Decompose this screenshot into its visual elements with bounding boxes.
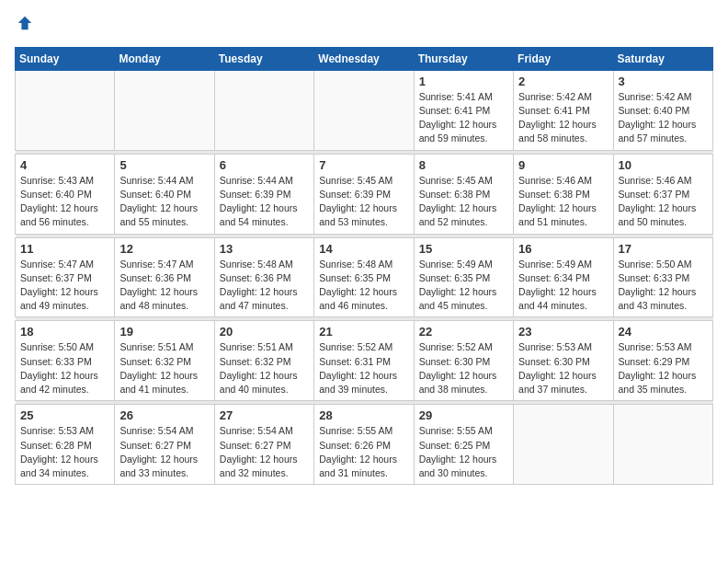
day-number: 20: [220, 325, 309, 339]
day-info: Sunrise: 5:47 AMSunset: 6:36 PMDaylight:…: [119, 258, 209, 314]
day-number: 14: [319, 242, 408, 256]
day-number: 2: [518, 75, 608, 88]
day-info: Sunrise: 5:55 AMSunset: 6:25 PMDaylight:…: [419, 424, 508, 480]
day-info: Sunrise: 5:55 AMSunset: 6:26 PMDaylight:…: [319, 424, 408, 480]
day-number: 27: [220, 408, 309, 422]
day-info: Sunrise: 5:53 AMSunset: 6:29 PMDaylight:…: [619, 340, 708, 396]
calendar-table: SundayMondayTuesdayWednesdayThursdayFrid…: [15, 47, 713, 485]
svg-marker-0: [18, 17, 31, 29]
day-info: Sunrise: 5:51 AMSunset: 6:32 PMDaylight:…: [220, 340, 309, 396]
day-info: Sunrise: 5:48 AMSunset: 6:36 PMDaylight:…: [220, 258, 309, 314]
day-info: Sunrise: 5:53 AMSunset: 6:30 PMDaylight:…: [518, 340, 608, 396]
calendar-cell: [514, 405, 613, 485]
day-info: Sunrise: 5:46 AMSunset: 6:37 PMDaylight:…: [619, 174, 708, 230]
calendar-cell: 24Sunrise: 5:53 AMSunset: 6:29 PMDayligh…: [613, 321, 712, 401]
day-info: Sunrise: 5:45 AMSunset: 6:39 PMDaylight:…: [319, 174, 408, 230]
calendar-cell: 21Sunrise: 5:52 AMSunset: 6:31 PMDayligh…: [314, 321, 414, 401]
day-number: 5: [119, 158, 209, 172]
day-number: 6: [220, 158, 309, 172]
day-number: 8: [419, 158, 508, 172]
day-header-thursday: Thursday: [414, 47, 513, 70]
calendar-cell: 28Sunrise: 5:55 AMSunset: 6:26 PMDayligh…: [314, 405, 414, 485]
day-header-friday: Friday: [514, 47, 613, 70]
day-info: Sunrise: 5:52 AMSunset: 6:31 PMDaylight:…: [319, 340, 408, 396]
day-number: 24: [619, 325, 708, 339]
day-info: Sunrise: 5:52 AMSunset: 6:30 PMDaylight:…: [419, 340, 508, 396]
calendar-cell: 2Sunrise: 5:42 AMSunset: 6:41 PMDaylight…: [514, 70, 613, 150]
calendar-cell: 23Sunrise: 5:53 AMSunset: 6:30 PMDayligh…: [514, 321, 613, 401]
calendar-week-2: 4Sunrise: 5:43 AMSunset: 6:40 PMDaylight…: [16, 154, 713, 234]
day-info: Sunrise: 5:54 AMSunset: 6:27 PMDaylight:…: [220, 424, 309, 480]
calendar-cell: 3Sunrise: 5:42 AMSunset: 6:40 PMDaylight…: [613, 70, 712, 150]
day-info: Sunrise: 5:49 AMSunset: 6:35 PMDaylight:…: [419, 258, 508, 314]
calendar-cell: 6Sunrise: 5:44 AMSunset: 6:39 PMDaylight…: [214, 154, 313, 234]
calendar-header-row: SundayMondayTuesdayWednesdayThursdayFrid…: [16, 47, 713, 70]
day-number: 12: [119, 242, 209, 256]
day-info: Sunrise: 5:44 AMSunset: 6:39 PMDaylight:…: [220, 174, 309, 230]
day-header-tuesday: Tuesday: [214, 47, 313, 70]
day-info: Sunrise: 5:53 AMSunset: 6:28 PMDaylight:…: [20, 424, 109, 480]
calendar-cell: [613, 405, 712, 485]
calendar-week-3: 11Sunrise: 5:47 AMSunset: 6:37 PMDayligh…: [16, 237, 713, 317]
day-number: 17: [619, 242, 708, 256]
day-number: 10: [619, 158, 708, 172]
day-header-monday: Monday: [115, 47, 214, 70]
day-info: Sunrise: 5:43 AMSunset: 6:40 PMDaylight:…: [20, 174, 109, 230]
day-info: Sunrise: 5:45 AMSunset: 6:38 PMDaylight:…: [419, 174, 508, 230]
day-number: 28: [319, 408, 408, 422]
day-info: Sunrise: 5:49 AMSunset: 6:34 PMDaylight:…: [518, 258, 608, 314]
calendar-cell: 20Sunrise: 5:51 AMSunset: 6:32 PMDayligh…: [214, 321, 313, 401]
calendar-cell: [214, 70, 313, 150]
calendar-week-5: 25Sunrise: 5:53 AMSunset: 6:28 PMDayligh…: [16, 405, 713, 485]
calendar-cell: 11Sunrise: 5:47 AMSunset: 6:37 PMDayligh…: [16, 237, 115, 317]
calendar-cell: 13Sunrise: 5:48 AMSunset: 6:36 PMDayligh…: [214, 237, 313, 317]
calendar-cell: 5Sunrise: 5:44 AMSunset: 6:40 PMDaylight…: [115, 154, 214, 234]
calendar-cell: 4Sunrise: 5:43 AMSunset: 6:40 PMDaylight…: [16, 154, 115, 234]
day-number: 16: [518, 242, 608, 256]
calendar-cell: 17Sunrise: 5:50 AMSunset: 6:33 PMDayligh…: [613, 237, 712, 317]
page-header: [15, 15, 713, 36]
calendar-cell: 9Sunrise: 5:46 AMSunset: 6:38 PMDaylight…: [514, 154, 613, 234]
calendar-cell: 14Sunrise: 5:48 AMSunset: 6:35 PMDayligh…: [314, 237, 414, 317]
calendar-cell: 22Sunrise: 5:52 AMSunset: 6:30 PMDayligh…: [414, 321, 513, 401]
day-info: Sunrise: 5:47 AMSunset: 6:37 PMDaylight:…: [20, 258, 109, 314]
logo: [15, 15, 33, 36]
day-info: Sunrise: 5:48 AMSunset: 6:35 PMDaylight:…: [319, 258, 408, 314]
calendar-cell: 25Sunrise: 5:53 AMSunset: 6:28 PMDayligh…: [16, 405, 115, 485]
calendar-cell: [314, 70, 414, 150]
calendar-cell: [16, 70, 115, 150]
day-header-wednesday: Wednesday: [314, 47, 414, 70]
day-info: Sunrise: 5:44 AMSunset: 6:40 PMDaylight:…: [119, 174, 209, 230]
calendar-cell: 27Sunrise: 5:54 AMSunset: 6:27 PMDayligh…: [214, 405, 313, 485]
calendar-week-1: 1Sunrise: 5:41 AMSunset: 6:41 PMDaylight…: [16, 70, 713, 150]
day-info: Sunrise: 5:54 AMSunset: 6:27 PMDaylight:…: [119, 424, 209, 480]
day-number: 25: [20, 408, 109, 422]
day-number: 21: [319, 325, 408, 339]
calendar-cell: 19Sunrise: 5:51 AMSunset: 6:32 PMDayligh…: [115, 321, 214, 401]
day-number: 11: [20, 242, 109, 256]
logo-text: [15, 15, 33, 36]
day-number: 15: [419, 242, 508, 256]
calendar-cell: [115, 70, 214, 150]
day-number: 7: [319, 158, 408, 172]
day-info: Sunrise: 5:50 AMSunset: 6:33 PMDaylight:…: [20, 340, 109, 396]
calendar-cell: 7Sunrise: 5:45 AMSunset: 6:39 PMDaylight…: [314, 154, 414, 234]
day-header-sunday: Sunday: [16, 47, 115, 70]
day-info: Sunrise: 5:50 AMSunset: 6:33 PMDaylight:…: [619, 258, 708, 314]
day-info: Sunrise: 5:46 AMSunset: 6:38 PMDaylight:…: [518, 174, 608, 230]
day-number: 13: [220, 242, 309, 256]
day-number: 9: [518, 158, 608, 172]
day-info: Sunrise: 5:42 AMSunset: 6:40 PMDaylight:…: [619, 90, 708, 146]
calendar-cell: 15Sunrise: 5:49 AMSunset: 6:35 PMDayligh…: [414, 237, 513, 317]
day-number: 3: [619, 75, 708, 88]
day-number: 19: [119, 325, 209, 339]
day-number: 4: [20, 158, 109, 172]
calendar-cell: 8Sunrise: 5:45 AMSunset: 6:38 PMDaylight…: [414, 154, 513, 234]
calendar-cell: 18Sunrise: 5:50 AMSunset: 6:33 PMDayligh…: [16, 321, 115, 401]
calendar-cell: 16Sunrise: 5:49 AMSunset: 6:34 PMDayligh…: [514, 237, 613, 317]
logo-icon: [17, 15, 33, 31]
calendar-cell: 26Sunrise: 5:54 AMSunset: 6:27 PMDayligh…: [115, 405, 214, 485]
day-number: 29: [419, 408, 508, 422]
day-info: Sunrise: 5:42 AMSunset: 6:41 PMDaylight:…: [518, 90, 608, 146]
day-number: 1: [419, 75, 508, 88]
